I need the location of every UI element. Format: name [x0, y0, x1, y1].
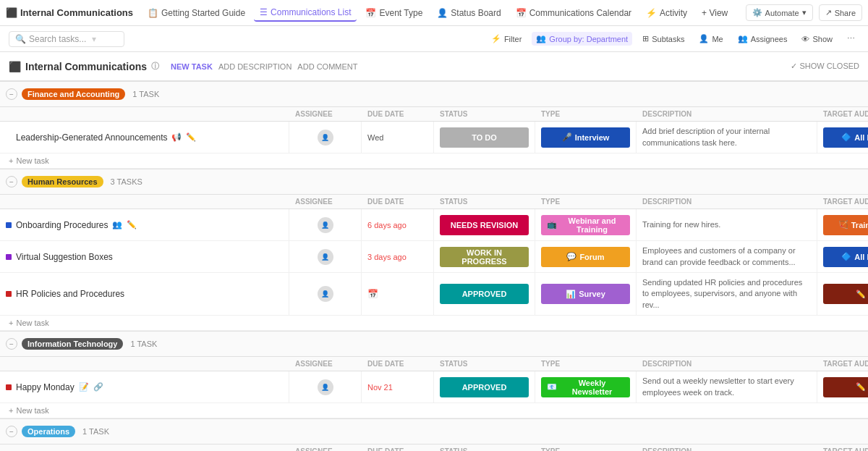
new-task-button-it[interactable]: + New task — [0, 403, 868, 418]
tab-getting-started[interactable]: 📋 Getting Started Guide — [142, 5, 251, 21]
status-cell[interactable]: NEEDS REVISION — [434, 209, 535, 240]
show-button[interactable]: 👁 Show — [797, 33, 837, 46]
new-task-button-hr[interactable]: + New task — [0, 316, 868, 331]
assignee-cell: 👤 — [289, 241, 362, 272]
target-icon: 🔷 — [841, 132, 851, 142]
show-closed-button[interactable]: ✓ SHOW CLOSED — [791, 62, 859, 71]
target-badge[interactable]: ✏️ All Employees — [823, 377, 868, 397]
group-by-button[interactable]: 👥 Group by: Department — [532, 32, 632, 46]
target-badge[interactable]: 🔷 All Department Heads — [823, 247, 868, 267]
task-name-text[interactable]: Leadership-Generated Announcements — [16, 132, 167, 143]
type-cell[interactable]: 💬 Forum — [535, 241, 637, 272]
new-task-button-finance[interactable]: + New task — [0, 153, 868, 169]
tab-activity[interactable]: ⚡ Activity — [640, 5, 693, 21]
calendar-icon: 📅 — [367, 289, 378, 299]
more-icon: ⋯ — [847, 34, 855, 43]
target-cell[interactable]: 🏹 Trainees and New Hires — [817, 209, 868, 240]
assignee-cell: 👤 — [289, 273, 362, 315]
new-task-button[interactable]: NEW TASK — [171, 62, 213, 71]
status-badge[interactable]: NEEDS REVISION — [440, 215, 529, 235]
target-cell[interactable]: 🔷 All Department Heads — [817, 122, 868, 153]
col-status-it: STATUS — [434, 357, 535, 371]
type-badge[interactable]: 💬 Forum — [541, 247, 630, 267]
more-options-button[interactable]: ⋯ — [843, 32, 859, 46]
task-icon-megaphone: 📢 — [171, 132, 182, 142]
tab-event-type[interactable]: 📅 Event Type — [359, 5, 428, 21]
priority-indicator-purple — [6, 254, 12, 260]
type-text: Webinar and Training — [560, 216, 624, 234]
me-icon: 👤 — [699, 34, 709, 43]
add-comment-button[interactable]: ADD COMMENT — [297, 62, 357, 71]
due-date-cell: 3 days ago — [362, 241, 434, 272]
type-text: Forum — [579, 253, 604, 261]
type-badge[interactable]: 📊 Survey — [541, 284, 630, 304]
due-date-text: 6 days ago — [367, 221, 407, 229]
task-name-text[interactable]: Virtual Suggestion Boxes — [16, 252, 113, 262]
automate-button[interactable]: ⚙️ Automate ▾ — [746, 4, 813, 21]
page-title-icon: ⬛ — [9, 61, 21, 72]
filter-label: Filter — [504, 35, 522, 43]
tab-icon: ☰ — [260, 7, 268, 17]
search-placeholder: Search tasks... — [29, 34, 86, 44]
status-cell[interactable]: APPROVED — [434, 371, 535, 402]
status-cell[interactable]: WORK IN PROGRESS — [434, 241, 535, 272]
group-collapse-finance[interactable]: − — [6, 88, 17, 100]
tab-icon: 👤 — [437, 8, 448, 18]
target-badge[interactable]: ✏️ All Employees — [823, 284, 868, 304]
task-name-cell: HR Policies and Procedures — [0, 273, 289, 315]
target-cell[interactable]: 🔷 All Department Heads — [817, 241, 868, 272]
tab-status-board[interactable]: 👤 Status Board — [431, 5, 506, 21]
group-count-operations: 1 TASK — [82, 427, 109, 436]
tab-label: Communications List — [271, 7, 351, 17]
group-collapse-hr[interactable]: − — [6, 176, 17, 187]
target-badge[interactable]: 🔷 All Department Heads — [823, 127, 868, 148]
type-cell[interactable]: 📺 Webinar and Training — [535, 209, 637, 240]
tab-icon: 📋 — [148, 8, 158, 18]
type-badge[interactable]: 📧 Weekly Newsletter — [541, 377, 630, 397]
group-label-it: Information Technology — [22, 338, 123, 350]
type-cell[interactable]: 📧 Weekly Newsletter — [535, 371, 637, 402]
tab-label: Event Type — [379, 8, 422, 18]
filter-button[interactable]: ⚡ Filter — [487, 32, 526, 46]
target-cell[interactable]: ✏️ All Employees — [817, 273, 868, 315]
group-collapse-it[interactable]: − — [6, 338, 17, 350]
status-badge[interactable]: WORK IN PROGRESS — [440, 247, 529, 267]
plus-icon: + — [9, 319, 13, 327]
main-content: − Finance and Accounting 1 TASK ASSIGNEE… — [0, 81, 868, 451]
status-cell[interactable]: TO DO — [434, 122, 535, 153]
status-badge[interactable]: TO DO — [440, 127, 529, 148]
type-text: Weekly Newsletter — [560, 379, 624, 396]
task-name-text[interactable]: Happy Monday — [16, 382, 75, 392]
add-description-button[interactable]: ADD DESCRIPTION — [218, 62, 292, 71]
type-badge[interactable]: 📺 Webinar and Training — [541, 215, 630, 235]
target-icon: 🏹 — [838, 220, 848, 229]
task-name-text[interactable]: HR Policies and Procedures — [16, 289, 124, 299]
due-date-text: Wed — [367, 133, 383, 142]
subtasks-button[interactable]: ⊞ Subtasks — [638, 32, 689, 46]
group-count-it: 1 TASK — [130, 340, 157, 348]
status-badge[interactable]: APPROVED — [440, 377, 529, 397]
task-name-text[interactable]: Onboarding Procedures — [16, 220, 108, 230]
tab-add-view[interactable]: + View — [696, 5, 733, 21]
show-label: Show — [812, 35, 833, 43]
target-cell[interactable]: ✏️ All Employees — [817, 371, 868, 402]
status-badge[interactable]: APPROVED — [440, 284, 529, 304]
show-closed-label: SHOW CLOSED — [799, 62, 859, 70]
tab-calendar[interactable]: 📅 Communications Calendar — [510, 5, 637, 21]
search-input[interactable]: 🔍 Search tasks... ▾ — [9, 31, 124, 47]
group-collapse-operations[interactable]: − — [6, 426, 17, 437]
type-badge[interactable]: 🎤 Interview — [541, 127, 630, 148]
status-cell[interactable]: APPROVED — [434, 273, 535, 315]
task-name-cell: Happy Monday 📝 🔗 — [0, 371, 289, 402]
tab-communications-list[interactable]: ☰ Communications List — [254, 4, 357, 22]
me-button[interactable]: 👤 Me — [694, 32, 727, 46]
chevron-down-icon: ▾ — [92, 34, 96, 44]
info-icon[interactable]: ⓘ — [151, 61, 159, 72]
type-cell[interactable]: 🎤 Interview — [535, 122, 637, 153]
target-badge[interactable]: 🏹 Trainees and New Hires — [823, 215, 868, 235]
task-icon-doc: 📝 — [79, 382, 89, 392]
assignees-button[interactable]: 👥 Assignees — [733, 32, 792, 46]
share-button[interactable]: ↗ Share — [819, 4, 862, 21]
type-text: Interview — [575, 133, 610, 142]
type-cell[interactable]: 📊 Survey — [535, 273, 637, 315]
